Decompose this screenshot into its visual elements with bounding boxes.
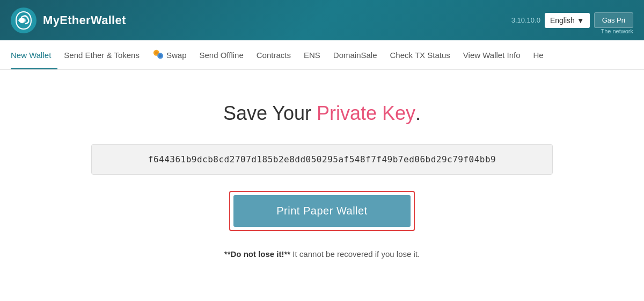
warning-message: **Do not lose it!** It cannot be recover…: [224, 249, 420, 259]
header-right: 3.10.10.0 English ▼ Gas Pri: [511, 12, 633, 28]
network-status: The network: [601, 28, 633, 34]
title-highlight: Private Key: [317, 102, 415, 124]
language-label: English: [550, 16, 575, 25]
svg-point-5: [159, 54, 162, 58]
nav-item-ens[interactable]: ENS: [297, 40, 327, 70]
nav-item-check-tx[interactable]: Check TX Status: [384, 40, 457, 70]
app-header: MyEtherWallet 3.10.10.0 English ▼ Gas Pr…: [0, 0, 644, 40]
nav-label-send-ether: Send Ether & Tokens: [64, 51, 140, 60]
nav-label-more: He: [533, 51, 544, 60]
language-dropdown[interactable]: English ▼: [545, 13, 590, 28]
warning-bold: **Do not lose it!**: [224, 249, 290, 259]
title-prefix: Save Your: [223, 102, 317, 124]
svg-point-1: [21, 18, 26, 23]
version-label: 3.10.10.0: [511, 16, 540, 24]
nav-item-more[interactable]: He: [527, 40, 550, 70]
print-button-label: Print Paper Wallet: [276, 205, 367, 217]
gas-price-label: Gas Pri: [602, 16, 625, 24]
main-nav: New Wallet Send Ether & Tokens Swap Send…: [0, 40, 644, 70]
logo-title: MyEtherWallet: [43, 13, 126, 27]
warning-detail: It cannot be recovered if you lose it.: [290, 249, 420, 259]
chevron-down-icon: ▼: [577, 16, 584, 25]
nav-label-domainsale: DomainSale: [333, 51, 377, 60]
nav-item-new-wallet[interactable]: New Wallet: [11, 40, 57, 70]
logo-container: MyEtherWallet: [11, 8, 126, 33]
nav-item-view-wallet[interactable]: View Wallet Info: [457, 40, 527, 70]
nav-item-contracts[interactable]: Contracts: [250, 40, 297, 70]
nav-label-swap: Swap: [166, 51, 187, 60]
nav-label-check-tx: Check TX Status: [390, 51, 450, 60]
nav-label-new-wallet: New Wallet: [11, 51, 51, 60]
nav-item-send-offline[interactable]: Send Offline: [193, 40, 250, 70]
print-button-wrapper: Print Paper Wallet: [229, 191, 414, 231]
nav-item-send-ether[interactable]: Send Ether & Tokens: [57, 40, 146, 70]
title-suffix: .: [415, 102, 421, 124]
swap-icon: [152, 49, 164, 61]
logo-icon: [11, 8, 36, 33]
page-title: Save Your Private Key.: [223, 102, 421, 125]
svg-point-4: [155, 52, 158, 55]
private-key-display: f644361b9dcb8cd2707d185b2e8dd050295af548…: [91, 144, 553, 175]
nav-item-swap[interactable]: Swap: [146, 40, 193, 70]
nav-label-ens: ENS: [304, 51, 320, 60]
main-content: Save Your Private Key. f644361b9dcb8cd27…: [0, 70, 644, 280]
private-key-value: f644361b9dcb8cd2707d185b2e8dd050295af548…: [148, 154, 496, 164]
print-paper-wallet-button[interactable]: Print Paper Wallet: [233, 195, 410, 227]
nav-label-view-wallet: View Wallet Info: [463, 51, 521, 60]
nav-item-domainsale[interactable]: DomainSale: [327, 40, 384, 70]
gas-price-button[interactable]: Gas Pri: [594, 12, 633, 28]
nav-label-contracts: Contracts: [257, 51, 291, 60]
nav-label-send-offline: Send Offline: [199, 51, 243, 60]
